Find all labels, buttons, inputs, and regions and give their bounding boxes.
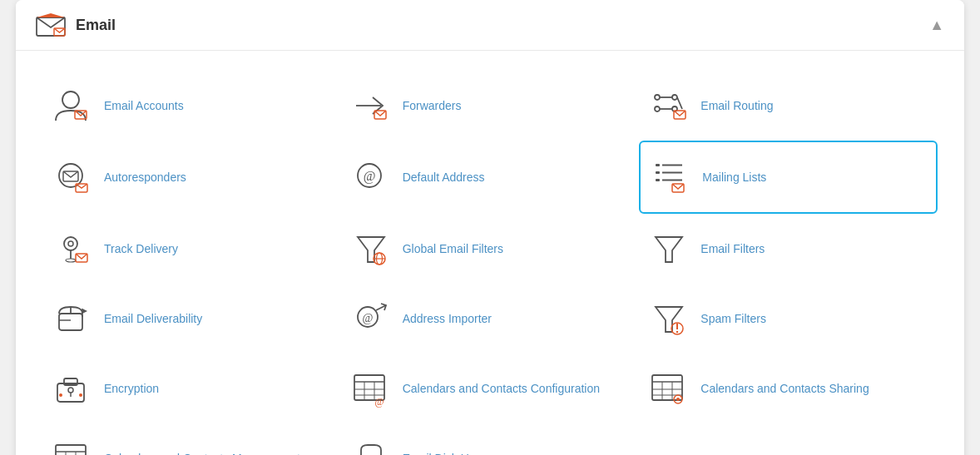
svg-point-3 xyxy=(62,91,79,108)
svg-text:@: @ xyxy=(363,169,375,184)
global-email-filters-item[interactable]: Global Email Filters xyxy=(341,214,640,284)
svg-point-51 xyxy=(68,388,73,393)
calendars-contacts-mgmt-icon xyxy=(52,438,92,455)
encryption-item[interactable]: Encryption xyxy=(42,354,341,423)
encryption-label: Encryption xyxy=(104,381,159,396)
calendars-contacts-mgmt-item[interactable]: Calendars and Contacts Management xyxy=(42,423,341,455)
email-routing-item[interactable]: Email Routing xyxy=(639,71,938,141)
svg-rect-37 xyxy=(59,314,82,330)
svg-text:@: @ xyxy=(362,312,373,324)
email-disk-usage-icon xyxy=(351,438,391,455)
forwarders-icon xyxy=(351,86,391,126)
email-accounts-icon xyxy=(52,86,92,126)
email-deliverability-item[interactable]: Email Deliverability xyxy=(42,284,341,354)
spam-filters-item[interactable]: Spam Filters xyxy=(639,284,938,354)
svg-rect-22 xyxy=(656,171,660,174)
svg-marker-41 xyxy=(82,309,87,314)
spam-filters-icon xyxy=(649,299,689,339)
mailing-lists-label: Mailing Lists xyxy=(702,170,766,185)
svg-point-28 xyxy=(68,241,73,246)
svg-point-53 xyxy=(59,393,62,397)
panel-title: Email xyxy=(76,17,116,34)
address-importer-label: Address Importer xyxy=(403,311,492,326)
global-email-filters-label: Global Email Filters xyxy=(403,241,503,256)
svg-text:@: @ xyxy=(374,396,384,408)
svg-point-54 xyxy=(79,393,82,397)
items-grid: Email Accounts Forwarders xyxy=(16,51,964,455)
calendars-contacts-config-icon: @ xyxy=(351,368,391,408)
header-left: Email xyxy=(36,13,116,37)
autoresponders-item[interactable]: Autoresponders xyxy=(42,141,341,214)
svg-rect-62 xyxy=(652,375,682,400)
svg-rect-20 xyxy=(656,164,660,166)
svg-point-11 xyxy=(672,95,677,100)
svg-marker-36 xyxy=(656,237,682,262)
calendars-contacts-sharing-label: Calendars and Contacts Sharing xyxy=(700,381,869,396)
email-filters-item[interactable]: Email Filters xyxy=(639,214,938,284)
calendars-contacts-sharing-icon xyxy=(649,368,689,408)
calendars-contacts-config-label: Calendars and Contacts Configuration xyxy=(403,381,600,396)
forwarders-item[interactable]: Forwarders xyxy=(341,71,640,141)
svg-point-27 xyxy=(64,237,77,250)
track-delivery-item[interactable]: Track Delivery xyxy=(42,214,341,284)
mailing-lists-item[interactable]: Mailing Lists xyxy=(639,141,938,214)
calendars-contacts-mgmt-label: Calendars and Contacts Management xyxy=(104,451,300,455)
track-delivery-icon xyxy=(52,229,92,269)
svg-point-48 xyxy=(676,331,678,333)
svg-rect-70 xyxy=(56,445,86,455)
svg-point-8 xyxy=(655,106,660,111)
grid-container: Email Accounts Forwarders xyxy=(42,71,938,455)
svg-line-13 xyxy=(677,97,682,109)
email-disk-usage-item[interactable]: Email Disk Usage xyxy=(341,423,640,455)
email-disk-usage-label: Email Disk Usage xyxy=(403,451,494,455)
email-routing-label: Email Routing xyxy=(700,98,773,113)
default-address-item[interactable]: @ Default Address xyxy=(341,141,640,214)
email-panel: Email ▲ Email Accounts xyxy=(16,0,964,455)
default-address-label: Default Address xyxy=(403,170,485,185)
forwarders-label: Forwarders xyxy=(403,98,462,113)
email-deliverability-label: Email Deliverability xyxy=(104,311,202,326)
address-importer-icon: @ xyxy=(351,299,391,339)
svg-marker-45 xyxy=(656,307,682,332)
encryption-icon xyxy=(52,368,92,408)
email-accounts-label: Email Accounts xyxy=(104,98,184,113)
svg-marker-1 xyxy=(37,13,65,17)
address-importer-item[interactable]: @ Address Importer xyxy=(341,284,640,354)
mailing-lists-icon xyxy=(651,157,690,197)
calendars-contacts-config-item[interactable]: @ Calendars and Contacts Configuration xyxy=(341,354,640,423)
calendars-contacts-sharing-item[interactable]: Calendars and Contacts Sharing xyxy=(639,354,938,423)
email-filters-label: Email Filters xyxy=(700,241,765,256)
email-deliverability-icon xyxy=(52,299,92,339)
autoresponders-icon xyxy=(52,157,92,197)
svg-point-30 xyxy=(66,259,76,262)
global-email-filters-icon xyxy=(351,229,391,269)
collapse-button[interactable]: ▲ xyxy=(929,17,944,34)
panel-header: Email ▲ xyxy=(16,0,964,51)
autoresponders-label: Autoresponders xyxy=(104,170,186,185)
email-icon xyxy=(36,13,66,37)
email-routing-icon xyxy=(649,86,689,126)
default-address-icon: @ xyxy=(351,157,391,197)
spam-filters-label: Spam Filters xyxy=(700,311,766,326)
svg-point-7 xyxy=(655,95,660,100)
track-delivery-label: Track Delivery xyxy=(104,241,178,256)
svg-rect-24 xyxy=(656,179,660,181)
email-accounts-item[interactable]: Email Accounts xyxy=(42,71,341,141)
email-filters-icon xyxy=(649,229,689,269)
svg-point-69 xyxy=(676,398,680,401)
